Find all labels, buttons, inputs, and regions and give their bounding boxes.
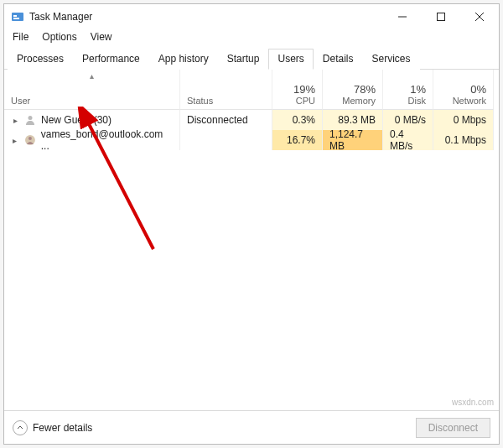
column-status[interactable]: Status xyxy=(180,70,272,110)
user-cell[interactable]: ▸ New Guest (30) xyxy=(4,110,180,130)
maximize-button[interactable] xyxy=(422,4,460,29)
menubar: File Options View xyxy=(4,29,499,48)
app-icon xyxy=(11,10,24,23)
user-icon xyxy=(24,114,36,126)
column-user[interactable]: ▴ User xyxy=(4,70,180,110)
cpu-cell: 0.3% xyxy=(272,110,323,130)
column-network[interactable]: 0% Network xyxy=(433,70,494,110)
svg-rect-2 xyxy=(13,18,19,19)
watermark: wsxdn.com xyxy=(452,398,494,407)
minimize-button[interactable] xyxy=(383,4,422,29)
svg-rect-1 xyxy=(13,15,17,17)
tab-details[interactable]: Details xyxy=(314,49,363,70)
user-icon xyxy=(24,134,36,146)
fewer-details-label: Fewer details xyxy=(33,422,92,434)
fewer-details-button[interactable]: Fewer details xyxy=(13,420,92,435)
column-disk[interactable]: 1% Disk xyxy=(383,70,433,110)
memory-cell: 89.3 MB xyxy=(323,110,383,130)
column-memory[interactable]: 78% Memory xyxy=(323,70,383,110)
user-cell[interactable]: ▸ vames_bond@outlook.com ... xyxy=(4,130,180,150)
footer: Fewer details Disconnect xyxy=(4,410,499,444)
network-cell: 0.1 Mbps xyxy=(433,130,494,150)
close-button[interactable] xyxy=(460,4,499,29)
tab-processes[interactable]: Processes xyxy=(8,49,73,70)
task-manager-window: Task Manager File Options View Processes… xyxy=(3,3,500,445)
tab-bar: Processes Performance App history Startu… xyxy=(4,48,499,70)
memory-cell: 1,124.7 MB xyxy=(323,130,383,150)
cpu-cell: 16.7% xyxy=(272,130,323,150)
titlebar[interactable]: Task Manager xyxy=(4,4,499,29)
disconnect-button[interactable]: Disconnect xyxy=(416,418,490,438)
status-cell xyxy=(180,130,272,150)
tab-performance[interactable]: Performance xyxy=(73,49,149,70)
chevron-up-icon xyxy=(13,420,28,435)
tab-startup[interactable]: Startup xyxy=(218,49,269,70)
user-name: New Guest (30) xyxy=(41,114,111,126)
tab-app-history[interactable]: App history xyxy=(149,49,218,70)
svg-rect-4 xyxy=(438,13,445,21)
status-cell: Disconnected xyxy=(180,110,272,130)
svg-point-7 xyxy=(29,116,33,120)
users-table: ▴ User Status 19% CPU 78% Memory 1% Disk xyxy=(4,70,499,150)
menu-options[interactable]: Options xyxy=(42,31,76,43)
users-panel: ▴ User Status 19% CPU 78% Memory 1% Disk xyxy=(4,70,499,410)
network-cell: 0 Mbps xyxy=(433,110,494,130)
sort-indicator-icon: ▴ xyxy=(90,71,94,81)
tab-users[interactable]: Users xyxy=(268,49,313,70)
user-name: vames_bond@outlook.com ... xyxy=(41,128,173,152)
svg-point-9 xyxy=(29,137,32,140)
menu-view[interactable]: View xyxy=(91,31,112,43)
menu-file[interactable]: File xyxy=(13,31,29,43)
column-cpu[interactable]: 19% CPU xyxy=(272,70,323,110)
expand-icon[interactable]: ▸ xyxy=(11,116,19,125)
window-title: Task Manager xyxy=(29,11,383,23)
disk-cell: 0.4 MB/s xyxy=(383,130,433,150)
tab-services[interactable]: Services xyxy=(363,49,420,70)
disk-cell: 0 MB/s xyxy=(383,110,433,130)
expand-icon[interactable]: ▸ xyxy=(11,136,19,145)
